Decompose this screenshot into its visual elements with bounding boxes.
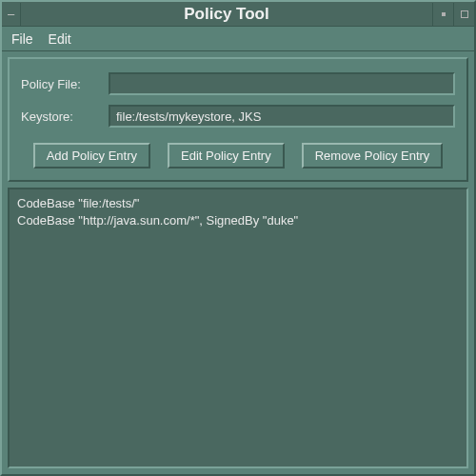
menubar: File Edit: [2, 27, 474, 51]
menu-edit[interactable]: Edit: [49, 31, 71, 47]
list-item[interactable]: CodeBase "http://java.sun.com/*", Signed…: [17, 212, 459, 229]
content-area: Policy File: Keystore: Add Policy Entry …: [2, 51, 474, 474]
list-item[interactable]: CodeBase "file:/tests/": [17, 195, 459, 212]
minimize-button[interactable]: [432, 3, 453, 26]
form-panel: Policy File: Keystore: Add Policy Entry …: [8, 57, 468, 182]
window-menu-icon[interactable]: –: [2, 3, 21, 26]
policy-file-row: Policy File:: [21, 72, 455, 95]
edit-policy-entry-button[interactable]: Edit Policy Entry: [168, 143, 285, 169]
remove-policy-entry-button[interactable]: Remove Policy Entry: [302, 143, 444, 169]
policy-entries-list[interactable]: CodeBase "file:/tests/" CodeBase "http:/…: [8, 188, 468, 468]
policy-tool-window: – Policy Tool File Edit Policy File: Key…: [0, 0, 476, 476]
policy-file-label: Policy File:: [21, 77, 103, 91]
titlebar: – Policy Tool: [2, 2, 474, 27]
menu-file[interactable]: File: [11, 31, 33, 47]
keystore-label: Keystore:: [21, 109, 103, 124]
window-title: Policy Tool: [21, 5, 432, 24]
keystore-input[interactable]: [109, 105, 455, 128]
keystore-row: Keystore:: [21, 105, 455, 128]
add-policy-entry-button[interactable]: Add Policy Entry: [33, 143, 150, 169]
maximize-button[interactable]: [453, 3, 474, 26]
dot-icon: [442, 12, 446, 16]
window-controls: [432, 3, 474, 26]
button-row: Add Policy Entry Edit Policy Entry Remov…: [21, 143, 455, 169]
policy-file-input[interactable]: [109, 72, 455, 95]
square-icon: [461, 10, 468, 18]
